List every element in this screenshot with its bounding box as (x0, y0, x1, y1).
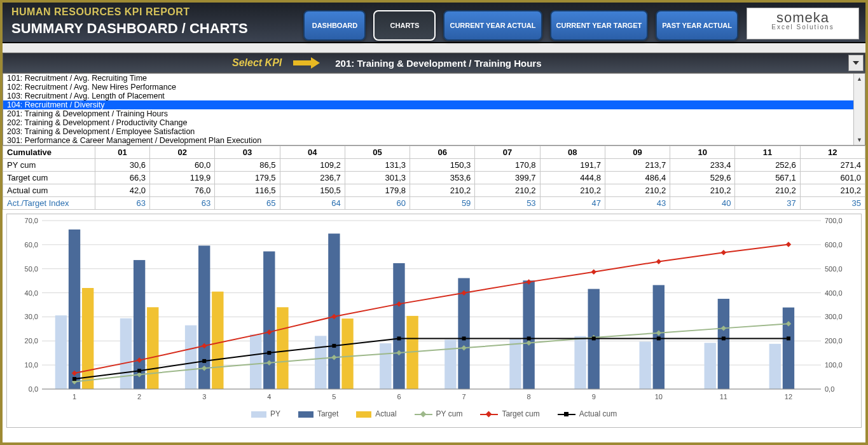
svg-text:400,0: 400,0 (825, 289, 843, 297)
select-kpi-label: Select KPI (232, 57, 282, 69)
legend-py: PY (251, 409, 280, 418)
col-header: 03 (215, 146, 280, 159)
svg-rect-62 (718, 299, 729, 389)
svg-rect-39 (277, 307, 288, 389)
dropdown-toggle-icon[interactable] (848, 55, 864, 71)
svg-rect-93 (267, 351, 271, 355)
svg-rect-29 (120, 318, 132, 389)
kpi-option[interactable]: 203: Training & Development / Employee S… (3, 127, 865, 136)
legend-target: Target (298, 409, 338, 418)
spacer (3, 43, 865, 53)
kpi-option[interactable]: 202: Training & Development / Productivi… (3, 118, 865, 127)
page-subtitle: SUMMARY DASHBOARD / CHARTS (11, 20, 248, 37)
kpi-option[interactable]: 201: Training & Development / Training H… (3, 109, 865, 118)
svg-text:100,0: 100,0 (825, 361, 843, 369)
brand-logo: someka Excel Solutions (747, 8, 859, 39)
svg-rect-37 (250, 334, 261, 389)
past-year-actual-button[interactable]: PAST YEAR ACTUAL (656, 10, 738, 41)
kpi-option[interactable]: 101: Recruitment / Avg. Recruiting Time (3, 74, 865, 83)
col-header: 09 (605, 146, 670, 159)
svg-text:200,0: 200,0 (825, 337, 843, 345)
svg-rect-55 (574, 336, 586, 389)
svg-text:1: 1 (72, 393, 76, 400)
scroll-down-icon[interactable]: ▼ (854, 135, 865, 145)
kpi-option-selected[interactable]: 104: Recruitment / Diversity (3, 100, 865, 109)
svg-rect-97 (527, 336, 531, 340)
header-bar: HUMAN RESOURCES KPI REPORT SUMMARY DASHB… (3, 3, 865, 43)
svg-text:11: 11 (720, 393, 727, 400)
chart-svg: 0,00,010,0100,020,0200,030,0300,040,0400… (7, 214, 859, 408)
list-scrollbar[interactable]: ▲ ▼ (853, 74, 865, 145)
table-row-target: Target cum 66,3119,9179,5236,7301,3353,6… (3, 172, 865, 184)
svg-text:700,0: 700,0 (825, 217, 843, 224)
svg-rect-49 (444, 339, 456, 389)
nav-buttons: DASHBOARD CHARTS CURRENT YEAR ACTUAL CUR… (303, 10, 738, 41)
col-header: 05 (345, 146, 410, 159)
svg-rect-27 (82, 288, 93, 389)
legend-pycum: PY cum (415, 409, 463, 418)
table-row-py: PY cum 30,660,086,5109,2131,3150,3170,81… (3, 159, 865, 172)
kpi-dropdown-list: 101: Recruitment / Avg. Recruiting Time … (3, 73, 865, 146)
svg-rect-61 (705, 343, 716, 389)
svg-rect-90 (72, 377, 76, 381)
logo-subtext: Excel Solutions (754, 24, 852, 31)
svg-rect-92 (202, 359, 206, 363)
col-header: 01 (95, 146, 150, 159)
charts-button[interactable]: CHARTS (373, 10, 436, 41)
legend-actualcum: Actual cum (558, 409, 617, 418)
selected-kpi: 201: Training & Development / Training H… (335, 58, 541, 69)
kpi-option[interactable]: 103: Recruitment / Avg. Length of Placem… (3, 92, 865, 100)
svg-text:500,0: 500,0 (825, 265, 843, 273)
cumulative-header: Cumulative (3, 146, 95, 159)
svg-rect-38 (263, 251, 275, 389)
kpi-option[interactable]: 102: Recruitment / Avg. New Hires Perfor… (3, 83, 865, 92)
svg-rect-86 (591, 270, 596, 275)
kpi-options: 101: Recruitment / Avg. Recruiting Time … (3, 74, 865, 145)
svg-text:0,0: 0,0 (29, 385, 38, 393)
svg-rect-35 (212, 292, 223, 389)
svg-rect-98 (592, 336, 596, 340)
svg-text:4: 4 (267, 393, 271, 400)
svg-text:600,0: 600,0 (825, 241, 843, 249)
svg-rect-89 (786, 242, 791, 247)
svg-text:7: 7 (462, 393, 465, 400)
svg-text:3: 3 (202, 393, 206, 400)
svg-rect-43 (341, 318, 353, 389)
svg-rect-31 (147, 307, 158, 389)
svg-text:6: 6 (397, 393, 401, 400)
legend-actual: Actual (356, 409, 396, 418)
svg-rect-58 (639, 341, 651, 389)
col-header: 06 (410, 146, 475, 159)
svg-rect-53 (523, 280, 534, 389)
svg-rect-94 (332, 344, 336, 348)
current-year-target-button[interactable]: CURRENT YEAR TARGET (550, 10, 649, 41)
current-year-actual-button[interactable]: CURRENT YEAR ACTUAL (443, 10, 542, 41)
legend-targetcum: Target cum (480, 409, 539, 418)
svg-rect-95 (397, 336, 401, 340)
svg-rect-26 (69, 229, 80, 389)
col-header: 12 (800, 146, 865, 159)
svg-text:12: 12 (785, 393, 792, 400)
svg-rect-41 (315, 336, 326, 389)
col-header: 07 (475, 146, 540, 159)
col-header: 04 (280, 146, 345, 159)
svg-text:10,0: 10,0 (25, 361, 38, 369)
svg-rect-100 (722, 336, 726, 340)
col-header: 11 (735, 146, 800, 159)
arrow-icon (293, 57, 324, 69)
svg-text:10: 10 (655, 393, 663, 400)
svg-rect-96 (462, 336, 466, 340)
combo-chart: 0,00,010,0100,020,0200,030,0300,040,0400… (6, 214, 862, 428)
dashboard-button[interactable]: DASHBOARD (303, 10, 366, 41)
svg-rect-87 (656, 259, 661, 264)
col-header: 02 (150, 146, 215, 159)
chart-legend: PY Target Actual PY cum Target cum Actua… (7, 408, 861, 418)
kpi-option[interactable]: 301: Performance & Career Management / D… (3, 136, 865, 145)
svg-text:5: 5 (332, 393, 336, 400)
scroll-up-icon[interactable]: ▲ (854, 74, 865, 84)
svg-text:9: 9 (592, 393, 596, 400)
svg-text:8: 8 (527, 393, 531, 400)
svg-rect-91 (137, 369, 141, 373)
svg-rect-99 (657, 336, 661, 340)
svg-text:0,0: 0,0 (825, 385, 834, 393)
